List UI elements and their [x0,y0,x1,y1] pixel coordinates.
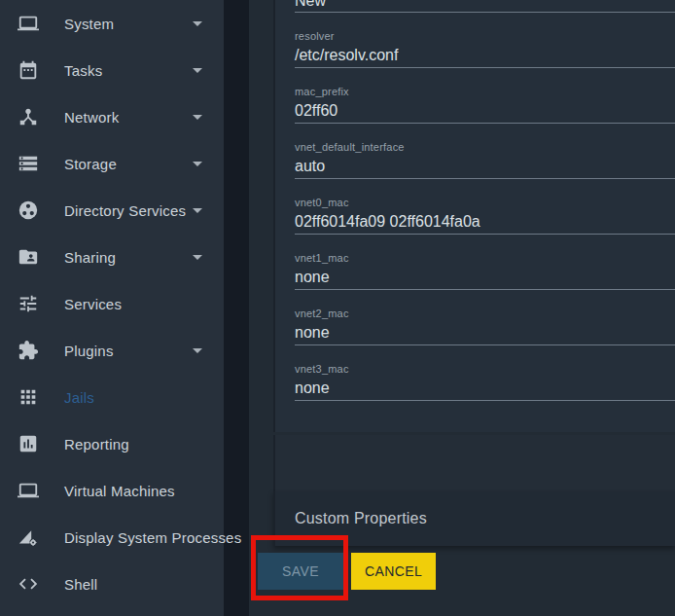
sidebar-item-directory-services[interactable]: Directory Services [0,187,224,234]
field-partial-top: New [275,0,675,28]
field-vnet0-mac: vnet0_mac 02ff6014fa09 02ff6014fa0a [275,195,675,250]
field-label: vnet3_mac [295,361,675,376]
chevron-down-icon [193,115,202,120]
empty-card [273,435,675,491]
field-underline [295,12,675,13]
field-label: vnet0_mac [295,195,675,209]
sidebar-item-network[interactable]: Network [0,93,224,140]
sidebar-item-storage[interactable]: Storage [0,140,224,187]
sidebar-item-label: Reporting [64,436,129,453]
main-content: New resolver /etc/resolv.conf mac_prefix… [249,0,675,616]
jail-properties-card: New resolver /etc/resolv.conf mac_prefix… [273,0,675,432]
apps-grid-icon [18,386,39,408]
field-vnet-default-interface: vnet_default_interface auto [275,139,675,195]
storage-icon [18,153,39,174]
sidebar-item-jails[interactable]: Jails [0,374,224,420]
sidebar-item-tasks[interactable]: Tasks [0,47,224,93]
chevron-down-icon [193,162,202,166]
sidebar-item-label: Sharing [64,249,116,266]
sidebar-item-sharing[interactable]: Sharing [0,234,224,280]
puzzle-icon [18,340,39,361]
field-label: vnet1_mac [295,250,675,265]
computer-icon [18,480,39,501]
save-button[interactable]: SAVE [258,553,343,590]
sidebar-item-system[interactable]: System [0,0,224,47]
field-underline [295,400,675,401]
chevron-down-icon [193,68,202,73]
field-underline [295,123,675,124]
group-work-icon [18,199,39,221]
field-mac-prefix: mac_prefix 02ff60 [275,84,675,139]
section-title: Custom Properties [295,510,427,527]
field-label: vnet_default_interface [295,139,675,154]
folder-shared-icon [18,246,39,268]
field-value[interactable]: none [295,268,675,286]
chevron-down-icon [193,21,202,26]
sidebar-item-shell[interactable]: Shell [0,561,224,607]
sidebar-item-label: Shell [64,576,97,593]
sidebar-item-label: Virtual Machines [64,483,175,499]
field-vnet3-mac: vnet3_mac none [275,361,675,417]
chevron-down-icon [193,208,202,213]
sidebar: System Tasks Network Storage Directory S… [0,0,224,616]
sidebar-item-label: Plugins [64,343,114,359]
sidebar-item-label: System [64,16,114,32]
sidebar-item-services[interactable]: Services [0,280,224,327]
sidebar-item-display-system-processes[interactable]: Display System Processes [0,514,224,561]
content-gutter [224,0,249,616]
field-value[interactable]: none [295,379,675,397]
field-value[interactable]: none [295,323,675,342]
field-underline [295,289,675,290]
field-underline [295,344,675,345]
computer-icon [18,13,39,34]
sidebar-item-label: Jails [64,389,94,406]
bar-chart-icon [18,433,39,454]
sidebar-item-label: Directory Services [64,202,186,219]
field-value[interactable]: auto [295,157,675,175]
field-vnet2-mac: vnet2_mac none [275,306,675,361]
field-value[interactable]: New [295,0,326,10]
sidebar-item-label: Storage [64,156,117,172]
tune-icon [18,293,39,314]
field-value[interactable]: 02ff60 [295,101,675,120]
sidebar-item-reporting[interactable]: Reporting [0,420,224,467]
sidebar-item-virtual-machines[interactable]: Virtual Machines [0,467,224,514]
field-resolver: resolver /etc/resolv.conf [275,28,675,84]
field-value[interactable]: 02ff6014fa09 02ff6014fa0a [295,212,675,231]
sidebar-item-plugins[interactable]: Plugins [0,327,224,374]
chevron-down-icon [193,348,202,353]
field-underline [295,67,675,68]
sidebar-item-label: Display System Processes [64,529,241,546]
sidebar-item-label: Services [64,296,122,312]
field-label: mac_prefix [295,84,675,98]
chevron-down-icon [193,255,202,260]
field-underline [295,178,675,179]
sidebar-item-label: Tasks [64,62,102,79]
field-underline [295,234,675,235]
cancel-button[interactable]: CANCEL [351,553,436,590]
custom-properties-card: Custom Properties [273,491,675,546]
field-value[interactable]: /etc/resolv.conf [295,46,675,64]
field-label: resolver [295,28,675,43]
processes-icon [18,526,39,548]
calendar-icon [18,59,39,81]
field-label: vnet2_mac [295,306,675,320]
sidebar-item-label: Network [64,109,119,126]
code-icon [18,573,39,595]
device-hub-icon [18,106,39,127]
field-vnet1-mac: vnet1_mac none [275,250,675,306]
